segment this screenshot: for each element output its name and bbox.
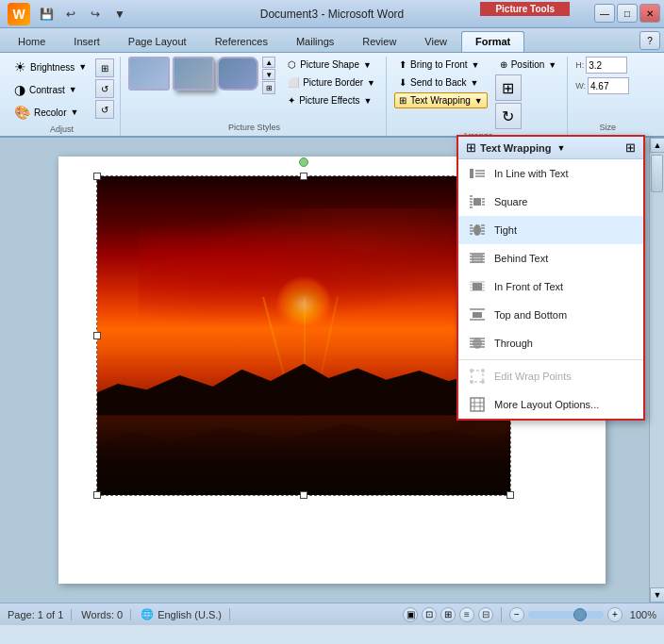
contrast-button[interactable]: ◑ Contrast ▼ [9,79,91,100]
picture-shape-button[interactable]: ⬡ Picture Shape ▼ [283,57,380,73]
text-wrapping-icon: ⊞ [399,95,407,106]
ribbon: ☀ Brightness ▼ ◑ Contrast ▼ 🎨 Recolor ▼ … [0,53,664,138]
reset-button[interactable]: ↺ [95,100,114,119]
handle-bottom-middle[interactable] [300,491,307,499]
change-picture-button[interactable]: ↺ [95,79,114,98]
redo-button[interactable]: ↪ [85,4,106,25]
save-button[interactable]: 💾 [36,4,57,25]
selected-image[interactable] [96,175,511,496]
handle-middle-left[interactable] [93,332,101,339]
send-to-back-button[interactable]: ⬇ Send to Back ▼ [394,74,488,91]
menu-item-topbottom[interactable]: Top and Bottom [458,301,643,329]
status-divider [501,607,502,622]
brightness-button[interactable]: ☀ Brightness ▼ [9,57,91,77]
menu-item-square[interactable]: Square [458,188,643,216]
tab-page-layout[interactable]: Page Layout [114,31,201,52]
menu-item-infront[interactable]: In Front of Text [458,272,643,301]
view-normal-button[interactable]: ▣ [403,607,418,622]
svg-rect-32 [473,312,482,318]
handle-top-left[interactable] [93,173,101,180]
style-thumb-1[interactable] [128,57,170,91]
style-thumb-3[interactable] [217,57,258,91]
align-button[interactable]: ⊞ [495,74,522,101]
tab-home[interactable]: Home [4,31,59,52]
menu-item-inline[interactable]: In Line with Text [458,159,643,188]
tab-format[interactable]: Format [461,31,524,52]
close-button[interactable]: ✕ [639,4,660,23]
zoom-in-button[interactable]: + [607,607,622,622]
menu-item-tight[interactable]: Tight [458,216,643,244]
handle-bottom-left[interactable] [93,491,101,499]
ribbon-help-button[interactable]: ? [639,31,660,50]
language-status[interactable]: 🌐 English (U.S.) [141,608,230,620]
zoom-slider[interactable] [528,611,604,619]
styles-scroll-up[interactable]: ▲ [262,57,275,68]
language-text: English (U.S.) [158,609,222,620]
zoom-thumb[interactable] [573,608,587,621]
menu-item-tight-label: Tight [494,224,517,236]
picture-effects-button[interactable]: ✦ Picture Effects ▼ [283,92,380,108]
language-icon: 🌐 [141,608,154,620]
menu-item-square-label: Square [494,196,527,207]
menu-item-editwrap: Edit Wrap Points [458,362,643,390]
picture-styles-group: ▲ ▼ ⊞ ⬡ Picture Shape ▼ ⬜ Picture Border… [123,57,387,136]
tab-review[interactable]: Review [348,31,410,52]
view-outline-button[interactable]: ≡ [459,607,474,622]
handle-bottom-right[interactable] [506,491,514,499]
tab-references[interactable]: References [201,31,282,52]
undo-button[interactable]: ↩ [60,4,81,25]
brightness-icon: ☀ [14,59,26,74]
inline-text-icon [468,164,487,183]
rotate-button[interactable]: ↻ [495,103,522,129]
minimize-button[interactable]: — [594,4,615,23]
zoom-out-button[interactable]: − [509,607,524,622]
scroll-thumb[interactable] [651,155,663,192]
height-input[interactable] [586,57,627,74]
tab-mailings[interactable]: Mailings [282,31,348,52]
text-wrapping-button[interactable]: ⊞ Text Wrapping ▼ [394,92,488,108]
vertical-scrollbar[interactable]: ▲ ▼ [649,138,664,603]
styles-scroll-down[interactable]: ▼ [262,69,275,80]
menu-item-editwrap-label: Edit Wrap Points [494,371,572,382]
view-page-layout-button[interactable]: ⊞ [440,607,456,622]
dropdown-header[interactable]: ⊞ Text Wrapping ▼ ⊞ [458,137,643,159]
styles-more[interactable]: ⊞ [262,81,275,94]
menu-item-through[interactable]: Through [458,329,643,357]
position-button[interactable]: ⊕ Position ▼ [495,57,562,73]
scroll-track[interactable] [650,153,664,587]
page-status: Page: 1 of 1 [8,609,72,620]
svg-point-43 [470,380,473,384]
square-wrap-icon [468,192,487,211]
menu-item-behind[interactable]: Behind Text [458,244,643,272]
scroll-down-button[interactable]: ▼ [650,587,664,603]
menu-item-through-label: Through [494,338,533,349]
tab-view[interactable]: View [410,31,461,52]
ribbon-tabs: Home Insert Page Layout References Maili… [0,28,664,53]
menu-item-more-layout[interactable]: More Layout Options... [458,390,643,419]
size-group: H: W: Size [570,57,645,136]
picture-border-button[interactable]: ⬜ Picture Border ▼ [283,74,380,91]
size-group-label: Size [575,121,639,132]
through-icon [468,334,487,353]
style-thumb-2[interactable] [173,57,214,91]
send-back-icon: ⬇ [399,77,407,88]
scroll-up-button[interactable]: ▲ [650,138,664,153]
width-input[interactable] [588,77,629,94]
view-draft-button[interactable]: ⊟ [478,607,493,622]
handle-rotate[interactable] [299,157,308,167]
contrast-icon: ◑ [14,82,25,97]
arrange-group: ⬆ Bring to Front ▼ ⬇ Send to Back ▼ ⊞ Te… [389,57,568,136]
width-control: W: [575,77,629,94]
compress-button[interactable]: ⊞ [95,58,114,77]
handle-top-middle[interactable] [300,173,307,180]
view-full-reading-button[interactable]: ⊡ [422,607,437,622]
recolor-button[interactable]: 🎨 Recolor ▼ [9,102,91,123]
recolor-icon: 🎨 [14,105,30,120]
bring-to-front-button[interactable]: ⬆ Bring to Front ▼ [394,57,488,73]
tab-insert[interactable]: Insert [59,31,114,52]
infront-text-icon [468,277,487,296]
text-wrapping-dropdown: ⊞ Text Wrapping ▼ ⊞ In Line with Text [456,135,645,421]
maximize-button[interactable]: □ [617,4,638,23]
quick-access-dropdown[interactable]: ▼ [109,4,130,25]
tight-wrap-icon [468,221,487,239]
